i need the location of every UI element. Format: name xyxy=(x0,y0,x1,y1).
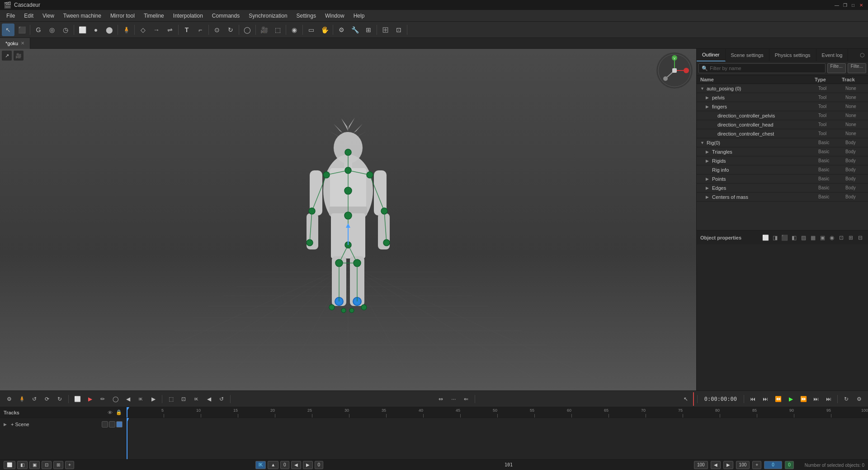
tree-item-fingers[interactable]: ▶ fingers Tool None xyxy=(697,102,868,111)
btn-square[interactable]: ⬜ xyxy=(76,24,89,36)
tab-event-log[interactable]: Event log xyxy=(816,49,849,61)
viewport[interactable]: ↗ 🎥 xyxy=(0,49,696,390)
btn-hand[interactable]: 🖐 xyxy=(318,24,331,36)
menu-edit[interactable]: Edit xyxy=(19,10,38,22)
viewport-mode-button[interactable]: ↗ xyxy=(2,51,12,61)
frame-input-1[interactable]: 0 xyxy=(280,461,289,469)
props-icon-8[interactable]: ◉ xyxy=(828,234,836,242)
status-frame-indicator[interactable]: 0 xyxy=(764,461,782,469)
tree-item-rig-info[interactable]: Rig info Basic Body xyxy=(697,165,868,174)
panel-expand-icon[interactable]: ⬡ xyxy=(858,51,866,59)
track-eye-icon[interactable]: 👁 xyxy=(106,409,113,416)
tl-frame-button[interactable]: ⬜ xyxy=(72,394,83,404)
status-ik-button[interactable]: IK xyxy=(255,461,266,469)
status-btn-4[interactable]: ⊡ xyxy=(42,461,52,469)
tl-dots[interactable]: ··· xyxy=(448,394,459,404)
track-check-1[interactable] xyxy=(102,421,108,428)
viewport-gizmo[interactable]: Y xyxy=(656,52,693,89)
track-lock-icon[interactable]: 🔒 xyxy=(115,409,123,416)
play-to-start-button[interactable]: ⏮ xyxy=(747,394,758,404)
btn-tools2[interactable]: 🔧 xyxy=(349,24,361,36)
tl-settings2-button[interactable]: ⚙ xyxy=(854,394,864,404)
loop-button[interactable]: ↻ xyxy=(841,394,852,404)
tl-sync-button[interactable]: ⟳ xyxy=(42,394,52,404)
btn-screen[interactable]: ⬚ xyxy=(271,24,284,36)
tl-forward-button[interactable]: ▶ xyxy=(148,394,159,404)
menu-view[interactable]: View xyxy=(38,10,59,22)
tl-arrow-expand[interactable]: ⇔ xyxy=(435,394,446,404)
tree-item-rigids[interactable]: ▶ Rigids Basic Body xyxy=(697,156,868,165)
status-0-button[interactable]: 0 xyxy=(785,461,794,469)
tl-loop-button[interactable]: ↺ xyxy=(29,394,40,404)
maximize-button[interactable]: □ xyxy=(850,2,856,8)
btn-circle-dot[interactable]: ⊙ xyxy=(211,24,223,36)
tl-ik2-button[interactable]: IK xyxy=(191,394,202,404)
btn-g[interactable]: G xyxy=(32,24,45,36)
btn-split[interactable]: ⇌ xyxy=(164,24,176,36)
track-scene[interactable]: ▶ + Scene xyxy=(0,419,126,430)
btn-camera-move[interactable]: 🎥 xyxy=(258,24,270,36)
tl-circle-button[interactable]: ◯ xyxy=(110,394,121,404)
tl-pointer-button[interactable]: ↖ xyxy=(680,394,691,404)
btn-rect-outline[interactable]: ▭ xyxy=(305,24,317,36)
tl-pencil-button[interactable]: ✏ xyxy=(97,394,108,404)
next-frame-button[interactable]: ⏩ xyxy=(798,394,809,404)
btn-bigdot[interactable]: ⬤ xyxy=(103,24,116,36)
props-icon-7[interactable]: ▣ xyxy=(818,234,826,242)
close-button[interactable]: ✕ xyxy=(858,2,864,8)
tree-item-triangles[interactable]: ▶ Triangles Basic Body xyxy=(697,147,868,156)
menu-commands[interactable]: Commands xyxy=(208,10,244,22)
tree-item-auto-posing[interactable]: ▼ auto_posing (0) Tool None xyxy=(697,84,868,93)
filter-button-2[interactable]: Filte... xyxy=(848,63,866,73)
step-forward-button[interactable]: ⏭ xyxy=(811,394,821,404)
status-btn-3[interactable]: ▣ xyxy=(29,461,40,469)
tab-outliner[interactable]: Outliner xyxy=(697,49,726,61)
menu-synchronization[interactable]: Synchronization xyxy=(244,10,292,22)
filter-button-1[interactable]: Filte... xyxy=(827,63,846,73)
menu-tween-machine[interactable]: Tween machine xyxy=(59,10,106,22)
play-to-end-button[interactable]: ⏭ xyxy=(823,394,834,404)
status-btn-1[interactable]: ⬜ xyxy=(4,461,15,469)
props-icon-6[interactable]: ▦ xyxy=(809,234,817,242)
menu-timeline[interactable]: Timeline xyxy=(139,10,169,22)
tab-close-button[interactable]: ✕ xyxy=(21,41,24,46)
minimize-button[interactable]: — xyxy=(834,2,840,8)
props-icon-4[interactable]: ◧ xyxy=(790,234,798,242)
btn-rotate[interactable]: ↻ xyxy=(224,24,237,36)
zoom-next-button[interactable]: ▶ xyxy=(723,461,733,469)
tl-ik-button[interactable]: IK xyxy=(135,394,146,404)
props-icon-10[interactable]: ⊞ xyxy=(847,234,855,242)
zoom-right-display[interactable]: 100 xyxy=(736,461,750,469)
btn-panel2[interactable]: ⊡ xyxy=(392,24,405,36)
menu-file[interactable]: File xyxy=(2,10,19,22)
props-icon-9[interactable]: ⊡ xyxy=(837,234,845,242)
props-icon-5[interactable]: ▨ xyxy=(799,234,807,242)
status-btn-5[interactable]: ⊞ xyxy=(53,461,63,469)
btn-arrow-right[interactable]: → xyxy=(150,24,163,36)
btn-bracket[interactable]: ⌐ xyxy=(194,24,207,36)
restore-button[interactable]: ❐ xyxy=(842,2,848,8)
props-icon-1[interactable]: ⬜ xyxy=(761,234,769,242)
props-icon-2[interactable]: ◨ xyxy=(771,234,779,242)
tl-back2-button[interactable]: ◀ xyxy=(203,394,214,404)
tl-rotate-button[interactable]: ↺ xyxy=(216,394,227,404)
btn-tools3[interactable]: ⊞ xyxy=(362,24,375,36)
move-tool-button[interactable]: ⬛ xyxy=(15,24,28,36)
tl-arrow-compress[interactable]: ⇐ xyxy=(461,394,472,404)
btn-clock[interactable]: ◷ xyxy=(59,24,72,36)
tree-item-dir-ctrl-pelvis[interactable]: direction_controller_pelvis Tool None xyxy=(697,111,868,120)
status-prev-button[interactable]: ◀ xyxy=(291,461,301,469)
status-next-button[interactable]: ▶ xyxy=(303,461,313,469)
btn-person[interactable]: 🧍 xyxy=(120,24,132,36)
tab-physics-settings[interactable]: Physics settings xyxy=(769,49,816,61)
btn-dot[interactable]: ● xyxy=(90,24,102,36)
add-track-button[interactable]: + xyxy=(65,461,74,469)
play-pause-button[interactable]: ▶ xyxy=(785,394,796,404)
btn-t[interactable]: T xyxy=(180,24,193,36)
tab-scene-settings[interactable]: Scene settings xyxy=(726,49,769,61)
menu-mirror-tool[interactable]: Mirror tool xyxy=(106,10,139,22)
tree-item-points[interactable]: ▶ Points Basic Body xyxy=(697,174,868,183)
keyframe-area[interactable] xyxy=(127,418,868,459)
btn-diamond[interactable]: ◇ xyxy=(137,24,149,36)
tl-pose-button[interactable]: 🧍 xyxy=(16,394,27,404)
